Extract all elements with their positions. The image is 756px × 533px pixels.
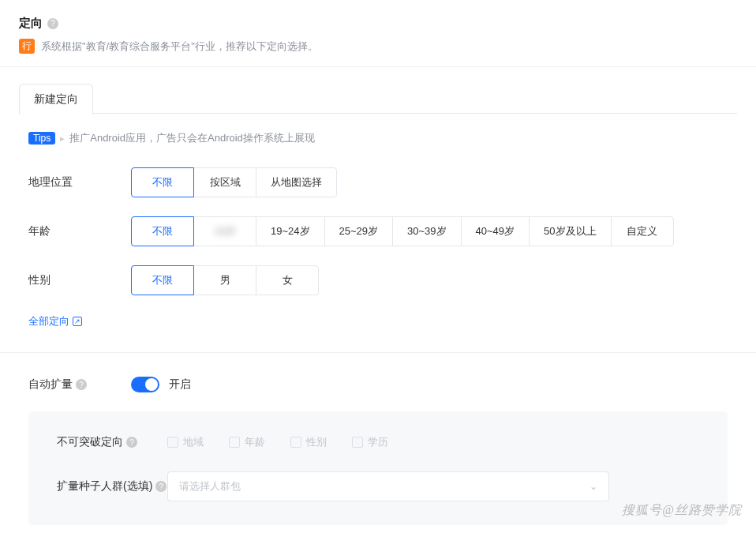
checkbox-education[interactable]: 学历 [352, 435, 388, 449]
gender-label: 性别 [28, 273, 131, 287]
age-option-50plus[interactable]: 50岁及以上 [529, 216, 611, 246]
auto-expand-toggle[interactable] [131, 377, 159, 392]
gender-options: 不限 男 女 [131, 265, 319, 295]
location-option-unlimited[interactable]: 不限 [131, 167, 194, 197]
subtitle-text: 系统根据"教育/教育综合服务平台"行业，推荐以下定向选择。 [41, 39, 318, 54]
tips-text: 推广Android应用，广告只会在Android操作系统上展现 [69, 131, 315, 145]
chevron-down-icon: ⌄ [589, 481, 597, 492]
breakthrough-label: 不可突破定向 ? [57, 435, 167, 449]
location-option-map[interactable]: 从地图选择 [256, 167, 337, 197]
location-option-region[interactable]: 按区域 [193, 167, 256, 197]
age-option-30-39[interactable]: 30~39岁 [392, 216, 462, 246]
gender-option-male[interactable]: 男 [193, 265, 256, 295]
age-options: 不限 18岁 19~24岁 25~29岁 30~39岁 40~49岁 50岁及以… [131, 216, 674, 246]
age-option-unlimited[interactable]: 不限 [131, 216, 194, 246]
gender-option-unlimited[interactable]: 不限 [131, 265, 194, 295]
all-targeting-link[interactable]: 全部定向 ↗ [28, 314, 82, 328]
seed-label: 扩量种子人群(选填) ? [57, 479, 167, 494]
help-icon[interactable]: ? [155, 481, 167, 492]
checkbox-gender[interactable]: 性别 [290, 435, 327, 449]
industry-badge: 行 [19, 39, 35, 54]
toggle-state-label: 开启 [169, 377, 191, 392]
checkbox-age[interactable]: 年龄 [229, 435, 265, 449]
age-label: 年龄 [28, 224, 131, 238]
chevron-right-icon: ▸ [60, 133, 65, 144]
checkbox-region[interactable]: 地域 [167, 435, 204, 449]
age-option-custom[interactable]: 自定义 [611, 216, 674, 246]
help-icon[interactable]: ? [126, 437, 137, 448]
location-label: 地理位置 [28, 175, 131, 190]
age-option-18[interactable]: 18岁 [193, 216, 256, 246]
tab-new-targeting[interactable]: 新建定向 [19, 84, 93, 114]
section-title: 定向 [19, 16, 43, 31]
age-option-40-49[interactable]: 40~49岁 [461, 216, 530, 246]
breakthrough-checkboxes: 地域 年龄 性别 学历 [167, 435, 388, 449]
toggle-knob [145, 378, 158, 391]
location-options: 不限 按区域 从地图选择 [131, 167, 337, 197]
gender-option-female[interactable]: 女 [256, 265, 319, 295]
help-icon[interactable]: ? [76, 379, 87, 390]
age-option-19-24[interactable]: 19~24岁 [256, 216, 325, 246]
all-targeting-label: 全部定向 [28, 314, 69, 328]
age-option-25-29[interactable]: 25~29岁 [324, 216, 394, 246]
tips-badge: Tips [28, 132, 55, 145]
expand-icon: ↗ [73, 317, 82, 326]
auto-expand-label: 自动扩量 ? [28, 377, 131, 392]
help-icon[interactable]: ? [47, 18, 58, 29]
seed-select[interactable]: 请选择人群包 ⌄ [167, 471, 609, 501]
select-placeholder: 请选择人群包 [179, 479, 241, 494]
watermark: 搜狐号@丝路赞学院 [622, 502, 742, 519]
